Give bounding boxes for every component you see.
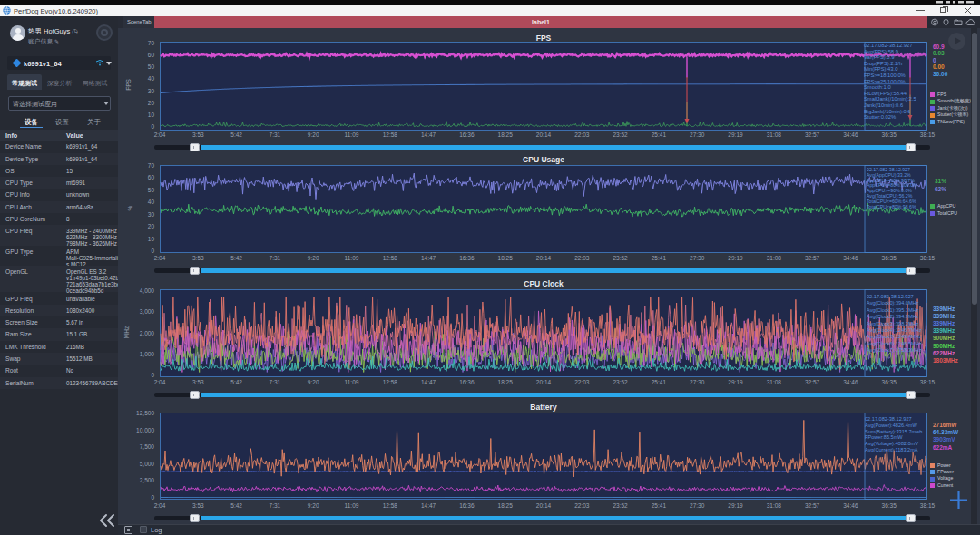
svg-text:Avg(Power):4826.4mW: Avg(Power):4826.4mW <box>865 423 917 428</box>
svg-text:Stutter:0.02%: Stutter:0.02% <box>864 114 896 120</box>
svg-text:Avg(Voltage):4082.0mV: Avg(Voltage):4082.0mV <box>865 441 918 446</box>
svg-text:SmallJank(/10min):2.5: SmallJank(/10min):2.5 <box>864 96 916 102</box>
svg-text:Min(FPS):43.0: Min(FPS):43.0 <box>864 66 897 72</box>
svg-text:Sum(Battery):3315.7mwh: Sum(Battery):3315.7mwh <box>865 429 922 434</box>
svg-text:Smooth:1.0: Smooth:1.0 <box>864 84 891 90</box>
svg-text:Drop(FPS):2.2/h: Drop(FPS):2.2/h <box>864 61 902 66</box>
svg-text:FPower:85.5mW: FPower:85.5mW <box>865 434 903 440</box>
svg-text:Var(FPS):0.9: Var(FPS):0.9 <box>864 54 894 60</box>
svg-text:Avg(Clock4):1246.7MHz: Avg(Clock4):1246.7MHz <box>867 327 922 333</box>
svg-text:02.17.082-38.12.927: 02.17.082-38.12.927 <box>867 294 914 299</box>
svg-text:Jank(/10min):0.6: Jank(/10min):0.6 <box>864 102 903 108</box>
svg-text:02.17.082-38.12.927: 02.17.082-38.12.927 <box>865 416 912 422</box>
svg-text:Avg(FPS):58.9: Avg(FPS):58.9 <box>864 49 898 54</box>
svg-text:FtLow(FPS):58.44: FtLow(FPS):58.44 <box>864 91 907 96</box>
svg-text:Avg(Clock7):1758.3MHz: Avg(Clock7):1758.3MHz <box>867 347 922 353</box>
svg-text:FPS>=25:100.0%: FPS>=25:100.0% <box>864 79 906 84</box>
svg-text:Avg(Clock2):394.9MHz: Avg(Clock2):394.9MHz <box>867 314 919 319</box>
svg-text:02.17.082-38.12.927: 02.17.082-38.12.927 <box>864 43 913 48</box>
svg-text:FPS>=18:100.0%: FPS>=18:100.0% <box>864 73 906 78</box>
svg-text:Avg(Clock3):398.2MHz: Avg(Clock3):398.2MHz <box>867 321 919 326</box>
svg-text:Avg(Clock0):394.0MHz: Avg(Clock0):394.0MHz <box>867 300 919 306</box>
svg-text:Avg(Current):1183.2mA: Avg(Current):1183.2mA <box>865 447 918 452</box>
svg-text:BigJank(/10min):0.6: BigJank(/10min):0.6 <box>864 109 911 114</box>
svg-text:TotalCPU<=80%:98.6%: TotalCPU<=80%:98.6% <box>867 204 916 209</box>
svg-text:Avg(Clock1):395.1MHz: Avg(Clock1):395.1MHz <box>867 307 919 313</box>
svg-text:Avg(Clock6):1246.5MHz: Avg(Clock6):1246.5MHz <box>867 341 922 346</box>
svg-text:Avg(Clock5):1243.4MHz: Avg(Clock5):1243.4MHz <box>867 334 922 339</box>
